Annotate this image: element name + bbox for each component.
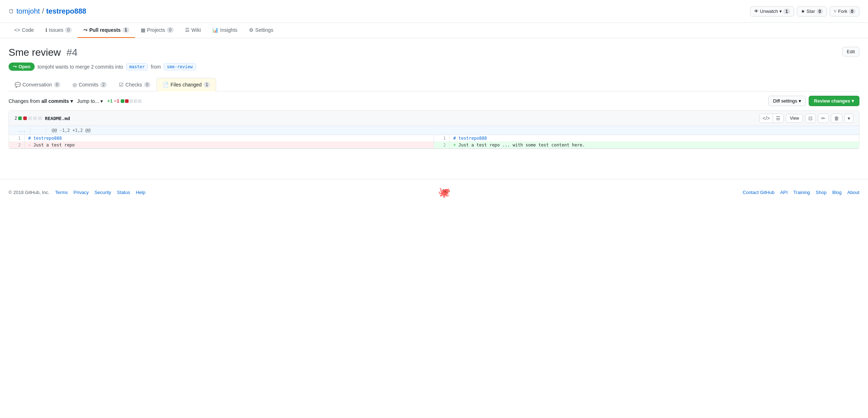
footer-link-security[interactable]: Security: [94, 190, 111, 195]
files-toolbar: Changes from all commits ▾ Jump to... ▾ …: [9, 91, 859, 110]
star-count: 0: [817, 9, 823, 14]
review-changes-label: Review changes: [814, 98, 850, 104]
pr-title-text: Sme review: [9, 47, 61, 58]
tab-issues[interactable]: ℹ Issues 0: [40, 23, 78, 38]
conversation-count: 0: [54, 82, 61, 88]
tab-insights-label: Insights: [220, 27, 237, 33]
insights-icon: 📊: [212, 27, 218, 33]
repo-separator: /: [42, 7, 44, 15]
edit-file-button[interactable]: ✏: [818, 114, 829, 123]
unwatch-button[interactable]: 👁 Unwatch ▾ 1: [750, 6, 794, 16]
display-mode-button[interactable]: ⊡: [805, 114, 816, 123]
footer-link-terms[interactable]: Terms: [55, 190, 68, 195]
diff-block-gray-3: [138, 99, 141, 103]
line-num-left-1: 1: [9, 135, 25, 141]
repo-owner[interactable]: tomjoht: [16, 7, 40, 15]
footer-copyright: © 2018 GitHub, Inc.: [9, 190, 49, 195]
diff-content: ... @@ -1,2 +1,2 @@ 1 # testrepo888 1 # …: [9, 126, 859, 149]
trash-icon: 🗑: [834, 115, 839, 121]
line-num-left-2: 2: [9, 142, 25, 148]
code-right-1: # testrepo888: [450, 135, 490, 141]
footer-link-privacy[interactable]: Privacy: [74, 190, 89, 195]
footer-link-help[interactable]: Help: [136, 190, 145, 195]
pr-tab-conversation-label: Conversation: [23, 82, 52, 88]
delete-file-button[interactable]: 🗑: [831, 114, 842, 123]
jump-to[interactable]: Jump to... ▾: [77, 98, 103, 104]
footer-link-status[interactable]: Status: [117, 190, 130, 195]
status-badge: ⤳ Open: [9, 63, 35, 71]
pencil-icon: ✏: [821, 115, 825, 121]
diff-block-red: [125, 99, 129, 103]
star-icon: ★: [801, 9, 805, 14]
diff-block-gray-2: [134, 99, 137, 103]
code-view-button[interactable]: </>: [760, 114, 773, 123]
pr-title: Sme review #4: [9, 47, 78, 58]
pr-sub-tabs: 💬 Conversation 0 ◎ Commits 2 ☑ Checks 0 …: [9, 78, 859, 91]
edit-button[interactable]: Edit: [842, 47, 859, 56]
top-bar: 🗋 tomjoht / testrepo888 👁 Unwatch ▾ 1 ★ …: [0, 0, 868, 23]
octocat-logo: 🐙: [438, 186, 450, 198]
footer-left: © 2018 GitHub, Inc. Terms Privacy Securi…: [9, 190, 145, 195]
tab-issues-label: Issues: [49, 27, 63, 33]
footer-link-shop[interactable]: Shop: [816, 190, 827, 195]
tab-wiki[interactable]: ☰ Wiki: [179, 23, 206, 38]
footer-link-about[interactable]: About: [847, 190, 859, 195]
review-changes-dropdown-icon: ▾: [852, 98, 854, 104]
pr-tab-files-changed[interactable]: 📄 Files changed 1: [156, 78, 216, 91]
eye-icon: 👁: [754, 9, 759, 14]
footer-link-training[interactable]: Training: [793, 190, 810, 195]
rich-view-icon: ☰: [776, 115, 780, 121]
tab-code-label: Code: [22, 27, 34, 33]
collapse-button[interactable]: ▾: [844, 114, 853, 123]
tab-projects[interactable]: ▦ Projects 0: [135, 23, 179, 38]
footer-center: 🐙: [438, 186, 450, 198]
footer-link-api[interactable]: API: [780, 190, 788, 195]
tab-pull-requests[interactable]: ⤳ Pull requests 1: [78, 23, 135, 38]
file-count-block-gray1: [28, 116, 32, 120]
all-commits-label[interactable]: all commits ▾: [41, 98, 73, 104]
view-mode-group: </> ☰: [759, 114, 784, 123]
file-name[interactable]: README.md: [45, 116, 70, 121]
fork-button[interactable]: ⑂ Fork 0: [830, 6, 859, 16]
commits-icon: ◎: [73, 82, 77, 88]
head-branch-tag[interactable]: sme-review: [164, 63, 196, 70]
files-toolbar-left: Changes from all commits ▾ Jump to... ▾ …: [9, 98, 141, 104]
diff-block-gray-1: [129, 99, 133, 103]
repo-title: 🗋 tomjoht / testrepo888: [9, 7, 86, 15]
pr-tab-conversation[interactable]: 💬 Conversation 0: [9, 78, 66, 91]
tab-insights[interactable]: 📊 Insights: [206, 23, 243, 38]
chevron-down-icon: ▾: [848, 115, 850, 121]
all-commits-text: all commits: [41, 98, 69, 104]
fork-icon: ⑂: [834, 9, 837, 14]
conversation-icon: 💬: [15, 82, 21, 88]
files-toolbar-right: Diff settings ▾ Review changes ▾: [768, 96, 859, 106]
diff-settings-button[interactable]: Diff settings ▾: [768, 96, 806, 106]
pr-meta: ⤳ Open tomjoht wants to merge 2 commits …: [9, 63, 859, 71]
hunk-header: ... @@ -1,2 +1,2 @@: [9, 126, 859, 135]
base-branch-tag[interactable]: master: [126, 63, 148, 70]
tab-code[interactable]: <> Code: [9, 23, 40, 38]
diff-settings-dropdown-icon: ▾: [799, 98, 801, 104]
footer-link-blog[interactable]: Blog: [832, 190, 842, 195]
file-count-num: 2: [15, 116, 17, 121]
files-changed-icon: 📄: [163, 82, 169, 88]
footer: © 2018 GitHub, Inc. Terms Privacy Securi…: [0, 179, 868, 205]
pr-tab-commits[interactable]: ◎ Commits 2: [66, 78, 113, 91]
star-label: Star: [807, 9, 815, 14]
diff-row-right-2: 2 + Just a test repo ... with some test …: [434, 142, 859, 148]
rich-view-button[interactable]: ☰: [773, 114, 783, 123]
main-content: Sme review #4 Edit ⤳ Open tomjoht wants …: [0, 38, 868, 158]
star-button[interactable]: ★ Star 0: [797, 6, 827, 16]
repo-name[interactable]: testrepo888: [46, 7, 86, 15]
review-changes-button[interactable]: Review changes ▾: [809, 96, 859, 106]
issues-badge: 0: [65, 27, 72, 33]
hunk-dots-left: ...: [15, 128, 30, 133]
files-changed-count: 1: [204, 82, 210, 88]
diff-settings-label: Diff settings: [773, 98, 797, 104]
pr-tab-checks[interactable]: ☑ Checks 0: [113, 78, 156, 91]
footer-link-contact[interactable]: Contact GitHub: [743, 190, 774, 195]
projects-icon: ▦: [141, 27, 145, 33]
view-button[interactable]: View: [786, 114, 803, 123]
file-count-block-gray2: [33, 116, 37, 120]
tab-settings[interactable]: ⚙ Settings: [243, 23, 279, 38]
